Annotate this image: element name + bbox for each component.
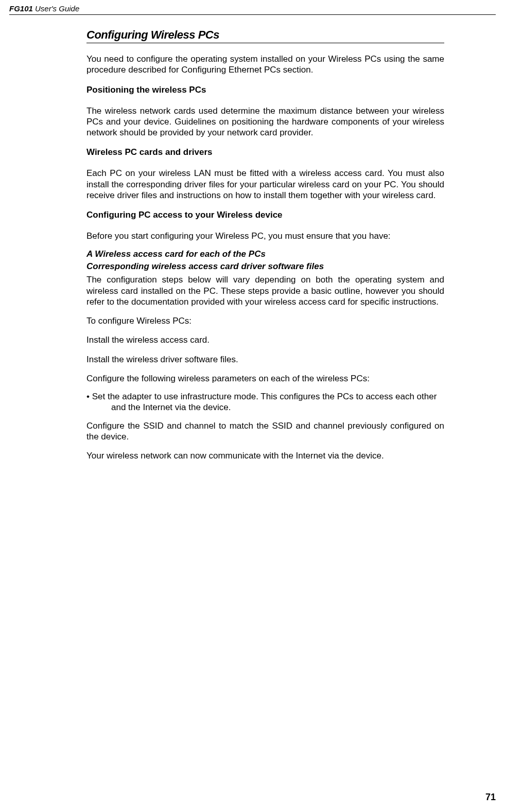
ssid-paragraph: Configure the SSID and channel to match … bbox=[86, 420, 444, 443]
bullet-text: Set the adapter to use infrastructure mo… bbox=[92, 392, 437, 412]
product-name: FG101 bbox=[9, 4, 33, 13]
to-configure-label: To configure Wireless PCs: bbox=[86, 315, 444, 326]
bullet-dot-icon: • bbox=[86, 392, 92, 401]
positioning-paragraph: The wireless network cards used determin… bbox=[86, 105, 444, 138]
header-divider bbox=[9, 14, 496, 15]
step-1: Install the wireless access card. bbox=[86, 334, 444, 345]
cards-drivers-paragraph: Each PC on your wireless LAN must be fit… bbox=[86, 168, 444, 201]
section-title: Configuring Wireless PCs bbox=[86, 28, 444, 43]
requirement-1: A Wireless access card for each of the P… bbox=[86, 249, 444, 260]
intro-paragraph: You need to configure the operating syst… bbox=[86, 54, 444, 76]
page-number: 71 bbox=[485, 792, 496, 803]
subheading-cards-drivers: Wireless PC cards and drivers bbox=[86, 147, 444, 157]
step-3: Configure the following wireless paramet… bbox=[86, 373, 444, 384]
subheading-positioning: Positioning the wireless PCs bbox=[86, 85, 444, 95]
header-text: FG101 User's Guide bbox=[9, 4, 79, 13]
guide-label: User's Guide bbox=[33, 4, 79, 13]
subheading-configuring-access: Configuring PC access to your Wireless d… bbox=[86, 210, 444, 220]
configuring-lead: Before you start configuring your Wirele… bbox=[86, 231, 444, 241]
bullet-infrastructure: • Set the adapter to use infrastructure … bbox=[86, 391, 444, 413]
main-content: Configuring Wireless PCs You need to con… bbox=[86, 28, 444, 461]
final-paragraph: Your wireless network can now communicat… bbox=[86, 450, 444, 461]
config-steps-intro: The configuration steps below will vary … bbox=[86, 274, 444, 307]
requirement-2: Corresponding wireless access card drive… bbox=[86, 261, 444, 272]
step-2: Install the wireless driver software fil… bbox=[86, 354, 444, 365]
